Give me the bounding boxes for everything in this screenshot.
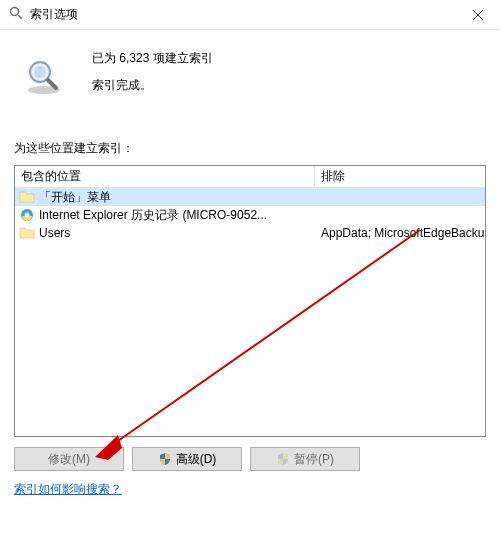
window-title: 索引选项 [30,6,78,23]
column-included[interactable]: 包含的位置 [15,166,315,187]
list-row[interactable]: 「开始」菜单 [15,188,485,206]
ie-icon [19,207,35,223]
index-done: 索引完成。 [92,77,213,94]
column-excluded[interactable]: 排除 [315,166,485,187]
cell-included: Users [15,225,315,241]
dialog-content: 已为 6,323 项建立索引 索引完成。 为这些位置建立索引： 包含的位置 排除… [0,30,500,498]
svg-point-6 [34,66,46,78]
pause-label: 暂停(P) [294,451,334,468]
row-label: 「开始」菜单 [39,189,111,206]
folder-icon [19,225,35,241]
advanced-label: 高级(D) [176,451,217,468]
close-icon [473,10,483,20]
locations-listbox[interactable]: 包含的位置 排除 「开始」菜单Internet Explorer 历史记录 (M… [14,165,486,437]
advanced-button[interactable]: 高级(D) [132,447,242,471]
buttons-row: 修改(M) 高级(D) 暂停(P) [14,447,486,471]
modify-button[interactable]: 修改(M) [14,447,124,471]
status-area: 已为 6,323 项建立索引 索引完成。 [14,40,486,134]
locations-label: 为这些位置建立索引： [14,140,486,157]
status-lines: 已为 6,323 项建立索引 索引完成。 [92,50,213,104]
shield-icon [158,452,172,466]
svg-point-9 [25,213,30,218]
cell-included: 「开始」菜单 [15,189,315,206]
indexed-count: 已为 6,323 项建立索引 [92,50,213,67]
cell-excluded: AppData; MicrosoftEdgeBackups; AppData [315,226,485,240]
row-label: Internet Explorer 历史记录 (MICRO-9052... [39,207,267,224]
cell-included: Internet Explorer 历史记录 (MICRO-9052... [15,207,315,224]
titlebar: 索引选项 [0,0,500,30]
list-body: 「开始」菜单Internet Explorer 历史记录 (MICRO-9052… [15,188,485,436]
help-link[interactable]: 索引如何影响搜索？ [14,481,122,498]
row-label: Users [39,226,70,240]
close-button[interactable] [455,0,500,30]
folder-icon [19,189,35,205]
list-row[interactable]: Internet Explorer 历史记录 (MICRO-9052... [15,206,485,224]
svg-line-1 [18,15,22,19]
list-row[interactable]: UsersAppData; MicrosoftEdgeBackups; AppD… [15,224,485,242]
app-icon [8,5,24,24]
pause-button[interactable]: 暂停(P) [250,447,360,471]
list-header: 包含的位置 排除 [15,166,485,188]
svg-point-0 [11,8,19,16]
shield-icon [276,452,290,466]
magnifier-icon [24,56,64,96]
